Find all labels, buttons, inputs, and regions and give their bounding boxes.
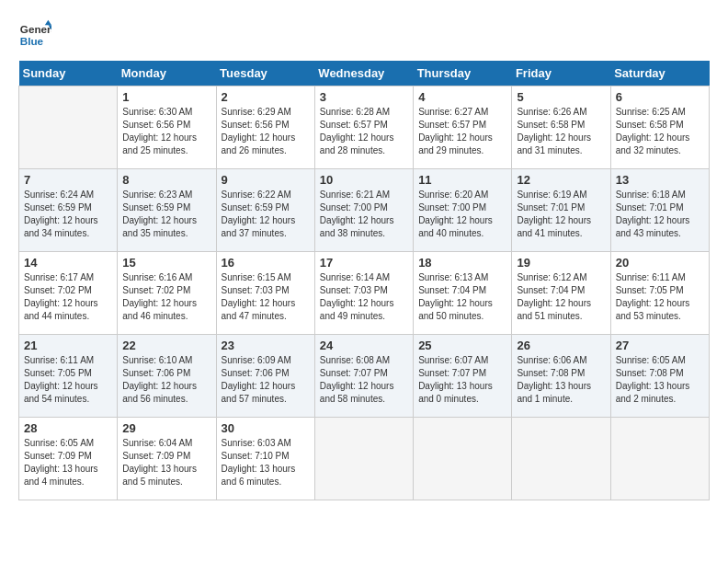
calendar-cell: 29Sunrise: 6:04 AM Sunset: 7:09 PM Dayli…: [118, 418, 216, 500]
day-number: 10: [320, 173, 408, 187]
calendar-cell: 30Sunrise: 6:03 AM Sunset: 7:10 PM Dayli…: [216, 418, 314, 500]
day-number: 20: [616, 256, 704, 270]
calendar-cell: 4Sunrise: 6:27 AM Sunset: 6:57 PM Daylig…: [414, 86, 512, 169]
day-info: Sunrise: 6:10 AM Sunset: 7:06 PM Dayligh…: [122, 354, 210, 406]
day-info: Sunrise: 6:11 AM Sunset: 7:05 PM Dayligh…: [616, 271, 704, 323]
calendar-cell: 11Sunrise: 6:20 AM Sunset: 7:00 PM Dayli…: [414, 169, 512, 252]
day-info: Sunrise: 6:03 AM Sunset: 7:10 PM Dayligh…: [222, 437, 310, 488]
calendar-cell: 7Sunrise: 6:24 AM Sunset: 6:59 PM Daylig…: [19, 169, 118, 252]
calendar-cell: 9Sunrise: 6:22 AM Sunset: 6:59 PM Daylig…: [216, 169, 314, 252]
day-info: Sunrise: 6:06 AM Sunset: 7:08 PM Dayligh…: [517, 354, 605, 406]
calendar-cell: 22Sunrise: 6:10 AM Sunset: 7:06 PM Dayli…: [118, 335, 216, 418]
day-number: 16: [222, 256, 310, 270]
calendar-cell: 18Sunrise: 6:13 AM Sunset: 7:04 PM Dayli…: [414, 252, 512, 335]
calendar-cell: 17Sunrise: 6:14 AM Sunset: 7:03 PM Dayli…: [314, 252, 413, 335]
day-info: Sunrise: 6:07 AM Sunset: 7:07 PM Dayligh…: [418, 354, 506, 406]
calendar-table: SundayMondayTuesdayWednesdayThursdayFrid…: [18, 61, 710, 500]
calendar-week-2: 7Sunrise: 6:24 AM Sunset: 6:59 PM Daylig…: [19, 169, 710, 252]
header-cell-friday: Friday: [512, 61, 610, 86]
svg-text:Blue: Blue: [20, 35, 44, 47]
calendar-week-4: 21Sunrise: 6:11 AM Sunset: 7:05 PM Dayli…: [19, 335, 710, 418]
day-number: 3: [320, 90, 408, 104]
calendar-cell: 3Sunrise: 6:28 AM Sunset: 6:57 PM Daylig…: [314, 86, 413, 169]
day-info: Sunrise: 6:26 AM Sunset: 6:58 PM Dayligh…: [517, 106, 605, 157]
header-cell-thursday: Thursday: [414, 61, 512, 86]
calendar-week-1: 1Sunrise: 6:30 AM Sunset: 6:56 PM Daylig…: [19, 86, 710, 169]
header-cell-saturday: Saturday: [610, 61, 709, 86]
day-info: Sunrise: 6:24 AM Sunset: 6:59 PM Dayligh…: [24, 189, 112, 240]
header-row: SundayMondayTuesdayWednesdayThursdayFrid…: [19, 61, 710, 86]
calendar-cell: 26Sunrise: 6:06 AM Sunset: 7:08 PM Dayli…: [512, 335, 610, 418]
day-number: 5: [517, 90, 605, 104]
day-info: Sunrise: 6:18 AM Sunset: 7:01 PM Dayligh…: [616, 189, 704, 240]
calendar-cell: 12Sunrise: 6:19 AM Sunset: 7:01 PM Dayli…: [512, 169, 610, 252]
calendar-cell: 14Sunrise: 6:17 AM Sunset: 7:02 PM Dayli…: [19, 252, 118, 335]
header-cell-tuesday: Tuesday: [216, 61, 314, 86]
day-info: Sunrise: 6:27 AM Sunset: 6:57 PM Dayligh…: [418, 106, 506, 157]
day-number: 26: [517, 339, 605, 352]
day-number: 21: [24, 339, 112, 352]
calendar-cell: 6Sunrise: 6:25 AM Sunset: 6:58 PM Daylig…: [610, 86, 709, 169]
day-number: 6: [616, 90, 704, 104]
logo-icon: General Blue: [18, 18, 51, 52]
logo: General Blue: [18, 18, 55, 52]
calendar-cell: [610, 418, 709, 500]
day-number: 24: [320, 339, 408, 352]
day-number: 22: [122, 339, 210, 352]
day-info: Sunrise: 6:29 AM Sunset: 6:56 PM Dayligh…: [222, 106, 310, 157]
day-info: Sunrise: 6:05 AM Sunset: 7:09 PM Dayligh…: [24, 437, 112, 488]
day-number: 23: [222, 339, 310, 352]
header-cell-sunday: Sunday: [19, 61, 118, 86]
calendar-cell: [414, 418, 512, 500]
calendar-cell: 5Sunrise: 6:26 AM Sunset: 6:58 PM Daylig…: [512, 86, 610, 169]
calendar-week-5: 28Sunrise: 6:05 AM Sunset: 7:09 PM Dayli…: [19, 418, 710, 500]
day-number: 7: [24, 173, 112, 187]
day-number: 11: [418, 173, 506, 187]
day-info: Sunrise: 6:12 AM Sunset: 7:04 PM Dayligh…: [517, 271, 605, 323]
calendar-cell: 16Sunrise: 6:15 AM Sunset: 7:03 PM Dayli…: [216, 252, 314, 335]
day-number: 28: [24, 421, 112, 435]
calendar-cell: 15Sunrise: 6:16 AM Sunset: 7:02 PM Dayli…: [118, 252, 216, 335]
header-cell-wednesday: Wednesday: [314, 61, 413, 86]
calendar-cell: 8Sunrise: 6:23 AM Sunset: 6:59 PM Daylig…: [118, 169, 216, 252]
calendar-cell: [19, 86, 118, 169]
day-info: Sunrise: 6:14 AM Sunset: 7:03 PM Dayligh…: [320, 271, 408, 323]
calendar-cell: 21Sunrise: 6:11 AM Sunset: 7:05 PM Dayli…: [19, 335, 118, 418]
day-number: 2: [222, 90, 310, 104]
day-number: 13: [616, 173, 704, 187]
calendar-cell: [314, 418, 413, 500]
calendar-cell: 27Sunrise: 6:05 AM Sunset: 7:08 PM Dayli…: [610, 335, 709, 418]
day-number: 18: [418, 256, 506, 270]
day-number: 1: [122, 90, 210, 104]
day-info: Sunrise: 6:30 AM Sunset: 6:56 PM Dayligh…: [122, 106, 210, 157]
calendar-cell: 1Sunrise: 6:30 AM Sunset: 6:56 PM Daylig…: [118, 86, 216, 169]
day-number: 27: [616, 339, 704, 352]
calendar-cell: 24Sunrise: 6:08 AM Sunset: 7:07 PM Dayli…: [314, 335, 413, 418]
header-cell-monday: Monday: [118, 61, 216, 86]
day-number: 12: [517, 173, 605, 187]
day-info: Sunrise: 6:28 AM Sunset: 6:57 PM Dayligh…: [320, 106, 408, 157]
day-info: Sunrise: 6:16 AM Sunset: 7:02 PM Dayligh…: [122, 271, 210, 323]
calendar-cell: 10Sunrise: 6:21 AM Sunset: 7:00 PM Dayli…: [314, 169, 413, 252]
day-info: Sunrise: 6:11 AM Sunset: 7:05 PM Dayligh…: [24, 354, 112, 406]
calendar-cell: 28Sunrise: 6:05 AM Sunset: 7:09 PM Dayli…: [19, 418, 118, 500]
day-number: 14: [24, 256, 112, 270]
day-number: 9: [222, 173, 310, 187]
day-info: Sunrise: 6:09 AM Sunset: 7:06 PM Dayligh…: [222, 354, 310, 406]
calendar-cell: 2Sunrise: 6:29 AM Sunset: 6:56 PM Daylig…: [216, 86, 314, 169]
calendar-cell: [512, 418, 610, 500]
page-header: General Blue: [18, 18, 710, 52]
day-info: Sunrise: 6:25 AM Sunset: 6:58 PM Dayligh…: [616, 106, 704, 157]
day-info: Sunrise: 6:20 AM Sunset: 7:00 PM Dayligh…: [418, 189, 506, 240]
calendar-cell: 13Sunrise: 6:18 AM Sunset: 7:01 PM Dayli…: [610, 169, 709, 252]
day-number: 29: [122, 421, 210, 435]
day-number: 25: [418, 339, 506, 352]
day-number: 30: [222, 421, 310, 435]
day-info: Sunrise: 6:08 AM Sunset: 7:07 PM Dayligh…: [320, 354, 408, 406]
day-info: Sunrise: 6:15 AM Sunset: 7:03 PM Dayligh…: [222, 271, 310, 323]
day-number: 19: [517, 256, 605, 270]
day-info: Sunrise: 6:13 AM Sunset: 7:04 PM Dayligh…: [418, 271, 506, 323]
day-number: 15: [122, 256, 210, 270]
calendar-cell: 19Sunrise: 6:12 AM Sunset: 7:04 PM Dayli…: [512, 252, 610, 335]
calendar-week-3: 14Sunrise: 6:17 AM Sunset: 7:02 PM Dayli…: [19, 252, 710, 335]
